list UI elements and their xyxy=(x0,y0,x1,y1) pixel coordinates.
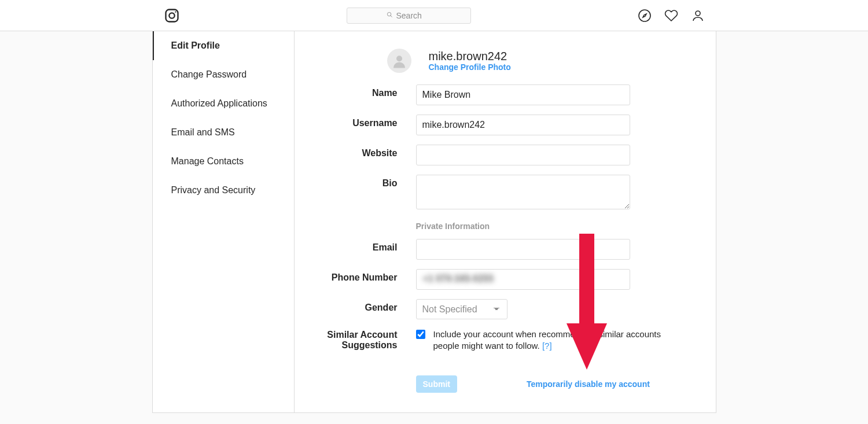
sidebar-item-email-sms[interactable]: Email and SMS xyxy=(153,118,294,147)
heart-icon[interactable] xyxy=(664,9,678,23)
gender-label: Gender xyxy=(318,299,416,313)
search-input[interactable] xyxy=(396,11,431,20)
settings-sidebar: Edit Profile Change Password Authorized … xyxy=(153,31,295,412)
svg-point-7 xyxy=(696,11,700,16)
sidebar-item-change-password[interactable]: Change Password xyxy=(153,60,294,89)
svg-point-2 xyxy=(175,11,176,12)
svg-point-5 xyxy=(639,10,650,21)
top-nav xyxy=(0,0,868,31)
change-photo-link[interactable]: Change Profile Photo xyxy=(429,62,511,72)
sidebar-item-privacy-security[interactable]: Privacy and Security xyxy=(153,176,294,205)
bio-textarea[interactable] xyxy=(416,175,630,209)
phone-label: Phone Number xyxy=(318,269,416,283)
svg-point-8 xyxy=(396,56,402,61)
email-label: Email xyxy=(318,239,416,253)
avatar[interactable] xyxy=(387,49,411,73)
search-icon xyxy=(387,12,393,20)
similar-help-link[interactable]: [?] xyxy=(542,341,552,351)
username-label: Username xyxy=(318,115,416,128)
private-info-heading: Private Information xyxy=(416,222,681,231)
sidebar-item-manage-contacts[interactable]: Manage Contacts xyxy=(153,147,294,176)
submit-button[interactable]: Submit xyxy=(416,375,457,393)
svg-rect-0 xyxy=(165,9,178,21)
explore-icon[interactable] xyxy=(638,9,652,23)
similar-checkbox[interactable] xyxy=(416,330,425,339)
instagram-logo[interactable] xyxy=(164,8,180,24)
disable-account-link[interactable]: Temporarily disable my account xyxy=(527,379,650,389)
sidebar-item-edit-profile[interactable]: Edit Profile xyxy=(153,31,294,60)
bio-label: Bio xyxy=(318,175,416,189)
settings-container: Edit Profile Change Password Authorized … xyxy=(152,31,716,413)
website-input[interactable] xyxy=(416,145,630,165)
username-heading: mike.brown242 xyxy=(429,50,511,62)
search-box[interactable] xyxy=(347,8,471,24)
svg-point-3 xyxy=(387,12,391,16)
username-input[interactable] xyxy=(416,115,630,135)
svg-point-1 xyxy=(169,13,174,18)
website-label: Website xyxy=(318,145,416,158)
gender-select[interactable]: Not Specified xyxy=(416,299,507,319)
svg-line-4 xyxy=(390,15,392,17)
name-label: Name xyxy=(318,84,416,98)
sidebar-item-authorized-apps[interactable]: Authorized Applications xyxy=(153,89,294,118)
user-icon[interactable] xyxy=(691,9,705,23)
phone-blurred-value: +1 070-345-0255 xyxy=(423,274,494,284)
similar-text: Include your account when recommending s… xyxy=(433,329,662,352)
svg-marker-6 xyxy=(643,14,646,17)
email-input[interactable] xyxy=(416,239,630,260)
name-input[interactable] xyxy=(416,84,630,105)
edit-profile-form: mike.brown242 Change Profile Photo Name … xyxy=(295,31,716,412)
similar-label: Similar Account Suggestions xyxy=(318,329,416,351)
